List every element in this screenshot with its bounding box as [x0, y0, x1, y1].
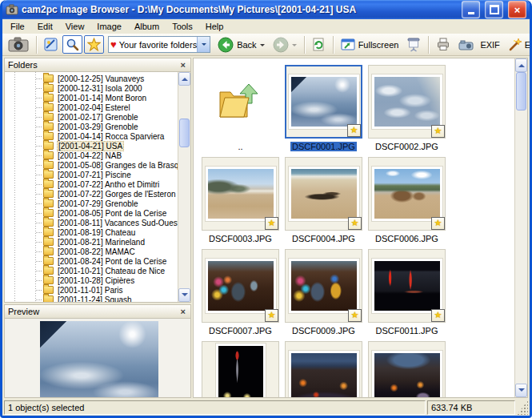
forward-button[interactable]: [270, 34, 300, 55]
thumbnail-item[interactable]: DSCF0004.JPG: [285, 157, 362, 244]
thumbnail-cell[interactable]: [368, 65, 446, 139]
menu-album[interactable]: Album: [128, 20, 166, 33]
enhance-button[interactable]: Enhance: [505, 36, 530, 54]
scroll-up-button[interactable]: [515, 58, 527, 72]
maximize-button[interactable]: [485, 1, 503, 18]
tree-item[interactable]: [2001-11-01] Paris: [5, 285, 190, 295]
tree-item[interactable]: [2001-10-21] Chateau de Nice: [5, 266, 190, 275]
tree-item[interactable]: [2001-08-05] Pont de la Cerise: [5, 208, 190, 218]
printer-icon: [436, 38, 450, 51]
folder-icon: [43, 113, 54, 121]
combobox-dropdown-button[interactable]: [197, 37, 210, 52]
thumbnail-cell[interactable]: [202, 157, 279, 231]
tree-item[interactable]: [2001-08-19] Chateau: [5, 227, 190, 237]
thumbnail-item[interactable]: DSCF0006.JPG: [368, 157, 446, 244]
preview-panel-close-icon[interactable]: ×: [179, 307, 187, 316]
minimize-button[interactable]: [462, 1, 480, 18]
browse-mode-toggle[interactable]: [62, 35, 82, 54]
folders-panel-header: Folders ×: [4, 58, 191, 72]
fullscreen-icon: [341, 38, 355, 51]
menu-view[interactable]: View: [59, 20, 91, 33]
arrow-down-icon: [182, 293, 188, 299]
parent-folder-cell[interactable]: [202, 65, 279, 139]
thumbnail-label-selected: DSCF0001.JPG: [285, 141, 362, 152]
tree-item[interactable]: [2001-07-22] Gorges de l'Esteron: [5, 189, 190, 199]
thumbnail-cell[interactable]: [368, 341, 446, 397]
thumbnail-cell[interactable]: [368, 249, 446, 323]
tree-item[interactable]: [2001-02-17] Grenoble: [5, 112, 190, 122]
thumbnail-cell[interactable]: [202, 249, 279, 323]
close-button[interactable]: ×: [508, 1, 526, 18]
scrollbar-thumb[interactable]: [179, 119, 190, 147]
thumbnail-item[interactable]: DSCF0003.JPG: [202, 157, 279, 244]
thumbnail-cell[interactable]: [285, 249, 362, 323]
thumbnail-item[interactable]: DSCF0011.JPG: [368, 249, 446, 336]
thumbnail-item[interactable]: [285, 341, 362, 397]
menu-help[interactable]: Help: [199, 20, 230, 33]
scroll-up-button[interactable]: [178, 72, 190, 86]
exif-button[interactable]: EXIF: [455, 36, 502, 54]
tree-item[interactable]: [2001-02-04] Esterel: [5, 102, 190, 112]
tree-item[interactable]: [2001-08-22] MAMAC: [5, 247, 190, 256]
menu-image[interactable]: Image: [90, 20, 128, 33]
minimize-icon: [468, 12, 474, 14]
menu-tools[interactable]: Tools: [166, 20, 199, 33]
preview-panel-header: Preview ×: [4, 304, 191, 319]
folder-tree: [2000-12-25] Vaunaveys [2000-12-31] Isol…: [5, 72, 190, 302]
tree-item[interactable]: [2001-04-14] Rocca Sparviera: [5, 131, 190, 141]
menu-file[interactable]: File: [4, 20, 31, 33]
tree-item[interactable]: [2001-10-28] Cipières: [5, 275, 190, 285]
thumbnail-item[interactable]: [202, 341, 279, 397]
camera-download-button[interactable]: [5, 34, 32, 54]
tree-item[interactable]: [2001-07-29] Grenoble: [5, 199, 190, 208]
tree-item[interactable]: [2001-04-22] NAB: [5, 151, 190, 160]
refresh-button[interactable]: [309, 35, 329, 54]
tree-item[interactable]: [2001-11-24] Squash: [5, 295, 190, 303]
thumbnail-item[interactable]: DSCF0001.JPG: [285, 65, 362, 152]
folder-icon: [43, 228, 54, 236]
preview-panel-title: Preview: [8, 307, 39, 316]
status-bar: 1 object(s) selected 633.74 KB: [2, 400, 530, 416]
thumbnail-cell[interactable]: [285, 157, 362, 231]
title-bar[interactable]: cam2pc Image Browser - D:\My Documents\M…: [2, 0, 530, 19]
thumbnail-photo: [372, 167, 442, 221]
resize-grip[interactable]: [517, 400, 528, 415]
thumbnail-cell[interactable]: [202, 341, 279, 397]
back-button[interactable]: Back: [214, 34, 267, 55]
tree-item[interactable]: [2001-08-11] Vacances Sud-Ouest: [5, 218, 190, 227]
favorites-toggle[interactable]: [84, 35, 104, 54]
tree-item[interactable]: [2000-12-31] Isola 2000: [5, 83, 190, 93]
slideshow-button[interactable]: [403, 35, 424, 54]
folders-panel-close-icon[interactable]: ×: [179, 61, 187, 70]
tree-item[interactable]: [2001-03-29] Grenoble: [5, 122, 190, 131]
tree-item[interactable]: [2001-08-24] Pont de la Cerise: [5, 256, 190, 266]
thumbnail-item[interactable]: DSCF0007.JPG: [202, 249, 279, 336]
scroll-down-button[interactable]: [515, 384, 527, 397]
tree-item[interactable]: [2001-01-14] Mont Boron: [5, 93, 190, 102]
tree-item-selected[interactable]: [2001-04-21] USA: [5, 141, 190, 151]
image-adjust-button[interactable]: [41, 35, 61, 54]
favorite-folders-combobox[interactable]: Your favorite folders: [108, 36, 210, 53]
fullscreen-button[interactable]: Fullscreen: [338, 36, 402, 54]
menu-edit[interactable]: Edit: [31, 20, 59, 33]
favorite-folders-value: Your favorite folders: [117, 40, 197, 50]
thumbnails-scrollbar[interactable]: [514, 58, 527, 397]
thumbnail-cell[interactable]: [285, 341, 362, 397]
thumbnail-item[interactable]: DSCF0002.JPG: [368, 65, 446, 152]
scrollbar-thumb[interactable]: [516, 72, 526, 111]
scroll-down-button[interactable]: [178, 288, 190, 302]
thumbnail-cell-selected[interactable]: [285, 65, 362, 139]
tree-item[interactable]: [2001-05-08] Granges de la Brasque: [5, 160, 190, 170]
tree-item[interactable]: [2001-08-21] Marineland: [5, 237, 190, 247]
folder-icon: [43, 161, 54, 169]
thumbnail-item[interactable]: DSCF0009.JPG: [285, 249, 362, 336]
print-button[interactable]: [433, 35, 454, 54]
parent-folder-item[interactable]: ..: [202, 65, 279, 152]
thumbnail-cell[interactable]: [368, 157, 446, 231]
tree-item[interactable]: [2000-12-25] Vaunaveys: [5, 74, 190, 83]
tree-item[interactable]: [2001-07-21] Piscine: [5, 170, 190, 179]
thumbnail-item[interactable]: [368, 341, 446, 397]
folders-scrollbar[interactable]: [178, 72, 190, 302]
tree-item[interactable]: [2001-07-22] Antho et Dimitri: [5, 179, 190, 189]
app-window: cam2pc Image Browser - D:\My Documents\M…: [0, 0, 532, 418]
